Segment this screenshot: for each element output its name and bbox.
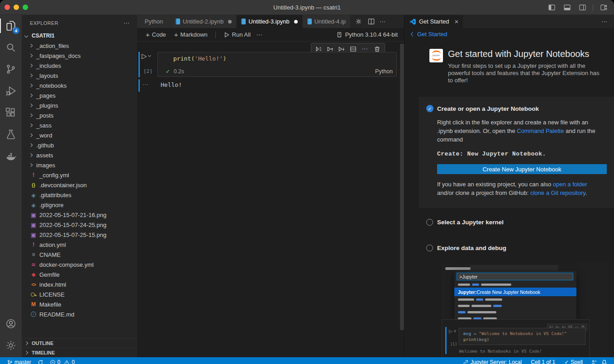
tree-item[interactable]: Gemfile	[22, 269, 137, 279]
more-actions-icon[interactable]	[379, 18, 387, 26]
toggle-secondary-sidebar-icon[interactable]	[577, 3, 587, 13]
get-started-back-link[interactable]: Get Started	[405, 28, 614, 40]
run-cell-button[interactable]: ▷	[142, 52, 152, 59]
branch-indicator[interactable]: master	[5, 357, 33, 364]
close-icon[interactable]: ×	[454, 18, 458, 25]
tab-untitled-3[interactable]: Untitled-3.ipynb	[237, 15, 302, 28]
chevron-right-icon	[28, 113, 33, 118]
tree-item[interactable]: action.yml	[22, 240, 137, 250]
chevron-right-icon	[28, 53, 33, 58]
cell-language-picker[interactable]: Python	[375, 68, 393, 75]
tree-item[interactable]: _fastpages_docs	[22, 51, 137, 61]
run-debug-icon[interactable]	[0, 80, 22, 102]
add-code-cell-button[interactable]: Code	[143, 29, 169, 40]
tree-item[interactable]: .gitattributes	[22, 190, 137, 200]
feedback-icon[interactable]	[589, 357, 599, 364]
chevron-right-icon	[28, 162, 33, 168]
tree-item[interactable]: .gitignore	[22, 200, 137, 210]
step-unchecked-icon[interactable]	[426, 219, 433, 226]
configure-notebook-gear-icon[interactable]	[353, 17, 363, 27]
image-icon	[30, 211, 37, 218]
delete-cell-icon[interactable]	[374, 46, 381, 52]
command-palette-link[interactable]: Command Palette	[517, 128, 564, 134]
search-icon[interactable]	[0, 37, 22, 58]
jupyter-server-indicator[interactable]: Jupyter Server: Local	[461, 357, 524, 364]
clone-git-repository-link[interactable]: clone a Git repository	[530, 189, 585, 196]
modified-dot-icon[interactable]	[228, 20, 232, 24]
editor-scrollbar[interactable]	[400, 44, 404, 330]
step-unchecked-icon[interactable]	[426, 245, 433, 251]
tree-item[interactable]: .github	[22, 140, 137, 150]
explorer-more-actions-icon[interactable]	[123, 19, 131, 27]
tab-untitled-2[interactable]: Untitled-2.ipynb	[171, 15, 237, 28]
step-select-kernel[interactable]: Select a Jupyter kernel	[426, 219, 614, 226]
zoom-window-button[interactable]	[23, 5, 28, 10]
step-checked-icon[interactable]: ✓	[426, 105, 433, 112]
git-icon	[30, 201, 37, 208]
create-new-jupyter-notebook-button[interactable]: Create New Jupyter Notebook	[437, 164, 607, 174]
notifications-bell-icon[interactable]	[599, 357, 609, 364]
open-a-folder-link[interactable]: open a folder	[553, 181, 587, 188]
tree-item[interactable]: _posts	[22, 110, 137, 120]
right-more-actions-icon[interactable]	[600, 18, 609, 26]
tree-item[interactable]: 2022-05-15-07-24-25.png	[22, 220, 137, 230]
explorer-icon[interactable]: 4	[0, 15, 22, 37]
outline-section[interactable]: OUTLINE	[22, 338, 137, 348]
split-cell-icon[interactable]	[350, 46, 357, 52]
step-explore-debug[interactable]: Explore data and debug	[426, 245, 614, 251]
tree-item[interactable]: _pages	[22, 90, 137, 100]
cell-output: Hello!	[161, 81, 182, 88]
tree-item[interactable]: images	[22, 160, 137, 170]
tree-item[interactable]: _plugins	[22, 100, 137, 110]
toggle-panel-icon[interactable]	[562, 3, 572, 13]
extensions-icon[interactable]	[0, 102, 22, 123]
tree-item[interactable]: CNAME	[22, 250, 137, 260]
tree-item[interactable]: _action_files	[22, 41, 137, 51]
modified-dot-icon[interactable]	[294, 20, 298, 24]
tree-item[interactable]: README.md	[22, 309, 137, 319]
tree-item[interactable]: index.html	[22, 279, 137, 289]
run-all-button[interactable]: Run All	[220, 30, 254, 39]
tree-item[interactable]: _notebooks	[22, 80, 137, 90]
docker-icon[interactable]	[0, 145, 22, 167]
problems-indicator[interactable]: 0 0	[48, 357, 77, 364]
add-markdown-cell-button[interactable]: Markdown	[171, 29, 211, 40]
execute-cell-and-below-icon[interactable]	[338, 46, 345, 52]
spell-checker-indicator[interactable]: ✓Spell	[562, 357, 585, 364]
split-editor-icon[interactable]	[366, 17, 376, 27]
tree-root-csatri1[interactable]: CSATRI1	[22, 31, 137, 41]
output-options-icon[interactable]	[142, 80, 150, 89]
execute-above-cells-icon[interactable]	[327, 46, 333, 52]
accounts-icon[interactable]	[0, 313, 22, 335]
cell-position-indicator[interactable]: Cell 1 of 1	[528, 357, 557, 364]
tree-item[interactable]: _sass	[22, 120, 137, 130]
tree-item[interactable]: assets	[22, 150, 137, 160]
tree-item[interactable]: Makefile	[22, 299, 137, 309]
tree-item[interactable]: _config.yml	[22, 170, 137, 180]
tree-item[interactable]: _layouts	[22, 71, 137, 80]
tab-untitled-4[interactable]: Untitled-4.ip	[303, 15, 351, 28]
tab-python[interactable]: Python	[137, 15, 171, 28]
testing-icon[interactable]	[0, 123, 22, 145]
toolbar-more-actions-icon[interactable]	[256, 31, 264, 39]
timeline-section[interactable]: TIMELINE	[22, 348, 137, 357]
tree-item[interactable]: _word	[22, 130, 137, 140]
run-by-line-icon[interactable]	[315, 46, 322, 52]
tab-get-started[interactable]: Get Started ×	[405, 15, 463, 28]
settings-gear-icon[interactable]	[0, 335, 22, 356]
sync-changes-icon[interactable]	[35, 357, 46, 364]
tree-item[interactable]: 2022-05-15-07-21-16.png	[22, 210, 137, 220]
tree-item[interactable]: _includes	[22, 61, 137, 71]
tree-item[interactable]: .devcontainer.json	[22, 180, 137, 190]
source-control-icon[interactable]	[0, 58, 22, 80]
tree-item[interactable]: 2022-05-15-07-25-15.png	[22, 230, 137, 240]
tree-item[interactable]: LICENSE	[22, 289, 137, 299]
close-window-button[interactable]	[5, 5, 10, 10]
minimize-window-button[interactable]	[14, 5, 19, 10]
code-cell-editor[interactable]: print('Hello!') ✓ 0.2s Python	[157, 52, 397, 77]
customize-layout-icon[interactable]	[599, 3, 609, 13]
toggle-sidebar-icon[interactable]	[547, 3, 557, 13]
kernel-picker[interactable]: Python 3.10.4 64-bit	[336, 31, 398, 38]
code-line[interactable]: print('Hello!')	[173, 55, 226, 62]
tree-item[interactable]: docker-compose.yml	[22, 260, 137, 269]
